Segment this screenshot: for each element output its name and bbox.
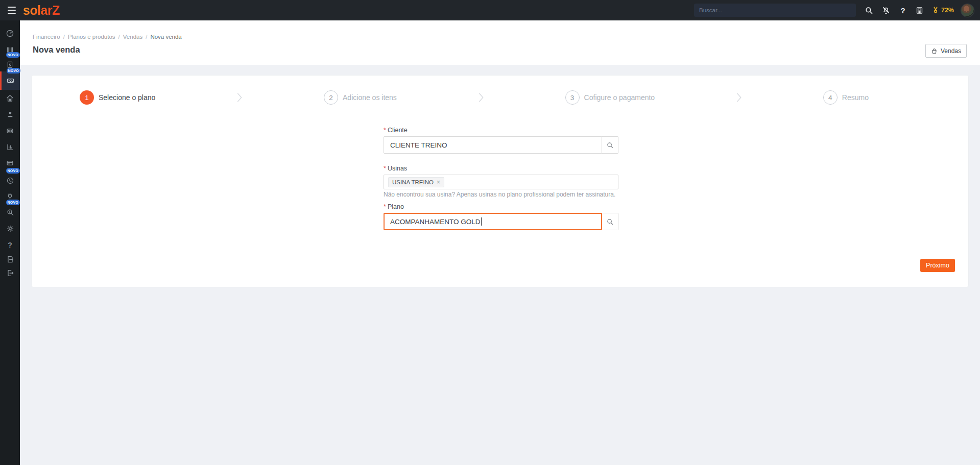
breadcrumb-nova-venda: Nova venda xyxy=(150,34,181,40)
required-mark: * xyxy=(384,203,386,210)
sidebar-nav: NOVO NOVO NOVO NOVO ? xyxy=(0,20,20,465)
sidebar-item-barcode-icon[interactable] xyxy=(0,41,20,58)
search-icon[interactable] xyxy=(864,5,874,15)
step-4-number: 4 xyxy=(823,90,838,105)
menu-icon[interactable] xyxy=(5,4,18,17)
help-icon[interactable]: ? xyxy=(898,5,908,15)
step-2-number: 2 xyxy=(324,90,338,105)
sidebar-item-dashboard-gauge-icon[interactable] xyxy=(0,25,20,41)
sidebar-item-financing-search-icon[interactable]: NOVO xyxy=(0,204,20,221)
breadcrumb: Financeiro / Planos e produtos / Vendas … xyxy=(33,34,182,40)
breadcrumb-planos-e-produtos[interactable]: Planos e produtos xyxy=(68,34,115,40)
breadcrumb-separator: / xyxy=(146,34,147,40)
calculator-icon[interactable] xyxy=(915,5,925,15)
vendas-button[interactable]: Vendas xyxy=(925,44,967,58)
usina-chip-label: USINA TREINO xyxy=(392,179,434,185)
text-caret xyxy=(481,217,482,226)
step-separator-chevron-icon xyxy=(235,92,244,103)
global-search-input[interactable] xyxy=(694,4,856,17)
chip-remove-icon[interactable]: × xyxy=(437,179,440,185)
plano-search-button[interactable] xyxy=(602,213,618,230)
vendas-button-label: Vendas xyxy=(941,47,961,55)
plano-input[interactable]: ACOMPANHAMENTO GOLD xyxy=(384,213,602,230)
cliente-label: *Cliente xyxy=(384,127,618,134)
notifications-muted-icon[interactable] xyxy=(881,5,891,15)
step-1-selecione-o-plano: 1 Selecione o plano xyxy=(80,90,155,105)
step-3-number: 3 xyxy=(565,90,580,105)
sidebar-item-sales-document-icon[interactable]: NOVO xyxy=(0,57,20,73)
cliente-input[interactable] xyxy=(384,136,602,154)
sidebar-item-home-icon[interactable] xyxy=(0,90,20,106)
step-2-adicione-os-itens: 2 Adicione os itens xyxy=(324,90,397,105)
sidebar-item-subscription-sales-active[interactable]: NOVO xyxy=(0,71,20,90)
step-separator-chevron-icon xyxy=(734,92,744,103)
sidebar-item-charts-icon[interactable] xyxy=(0,139,20,155)
page-header: Financeiro / Planos e produtos / Vendas … xyxy=(20,20,980,65)
step-3-label: Cofigure o pagamento xyxy=(584,93,655,102)
plano-label: *Plano xyxy=(384,203,618,210)
sidebar-item-proposals-icon[interactable] xyxy=(0,123,20,139)
usinas-helper-text: Não encontrou sua usina? Apenas usinas n… xyxy=(384,191,618,198)
breadcrumb-separator: / xyxy=(118,34,120,40)
usina-chip: USINA TREINO × xyxy=(388,177,444,187)
plan-selection-form: *Cliente *Usinas USINA TREINO × Não enco… xyxy=(384,127,618,230)
user-avatar[interactable] xyxy=(961,4,974,17)
breadcrumb-vendas[interactable]: Vendas xyxy=(123,34,142,40)
usinas-multiselect[interactable]: USINA TREINO × xyxy=(384,175,618,189)
breadcrumb-separator: / xyxy=(63,34,65,40)
top-bar: solarZ ? 72% xyxy=(0,0,980,20)
step-separator-chevron-icon xyxy=(476,92,486,103)
step-3-cofigure-o-pagamento: 3 Cofigure o pagamento xyxy=(565,90,655,105)
sidebar-item-whatsapp-icon[interactable]: NOVO xyxy=(0,173,20,189)
sidebar-item-integrations-plug-icon[interactable] xyxy=(0,188,20,204)
sidebar-item-payments-icon[interactable] xyxy=(0,155,20,171)
step-4-resumo: 4 Resumo xyxy=(823,90,869,105)
step-4-label: Resumo xyxy=(842,93,869,102)
sidebar-item-settings-gear-icon[interactable] xyxy=(0,221,20,237)
proximo-button[interactable]: Próximo xyxy=(920,259,955,272)
usinas-label: *Usinas xyxy=(384,165,618,172)
page-title: Nova venda xyxy=(33,45,80,55)
nova-venda-card: 1 Selecione o plano 2 Adicione os itens … xyxy=(31,75,969,287)
solarz-logo[interactable]: solarZ xyxy=(23,3,60,18)
score-indicator[interactable]: 72% xyxy=(931,6,954,14)
sidebar-item-logout-icon[interactable] xyxy=(0,265,20,281)
plano-input-value: ACOMPANHAMENTO GOLD xyxy=(390,218,481,226)
shopping-bag-icon xyxy=(931,47,938,55)
wizard-steps: 1 Selecione o plano 2 Adicione os itens … xyxy=(80,90,869,105)
required-mark: * xyxy=(384,127,386,134)
money-icon: NOVO xyxy=(1,72,20,89)
breadcrumb-financeiro[interactable]: Financeiro xyxy=(33,34,60,40)
step-2-label: Adicione os itens xyxy=(343,93,397,102)
step-1-number: 1 xyxy=(80,90,94,105)
step-1-label: Selecione o plano xyxy=(99,93,155,102)
score-percent: 72% xyxy=(941,7,954,14)
required-mark: * xyxy=(384,165,386,172)
sidebar-item-clients-icon[interactable] xyxy=(0,106,20,123)
medal-icon xyxy=(931,6,940,14)
cliente-search-button[interactable] xyxy=(602,136,618,154)
